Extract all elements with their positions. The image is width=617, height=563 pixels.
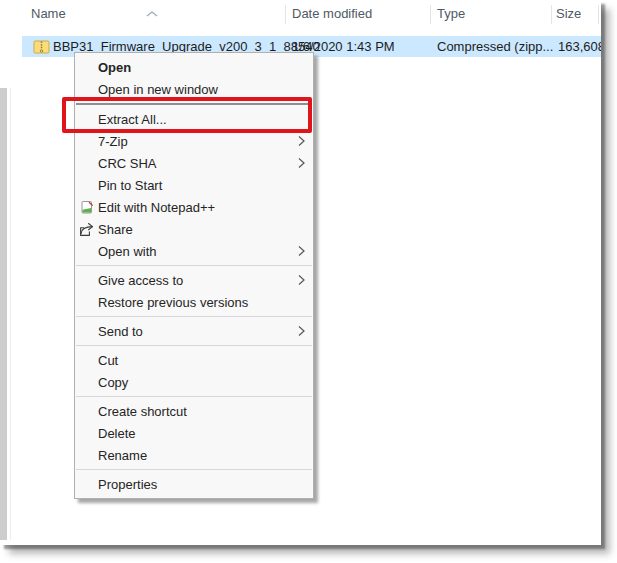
menu-item-edit-with-notepad[interactable]: Edit with Notepad++: [75, 196, 313, 218]
column-divider[interactable]: [285, 5, 286, 24]
menu-item-icon-gutter: [79, 243, 95, 259]
column-divider[interactable]: [598, 5, 599, 24]
chevron-right-icon: [298, 158, 305, 169]
menu-item-label: Rename: [98, 448, 147, 463]
sort-ascending-icon: [146, 3, 158, 9]
menu-item-label: Open: [98, 60, 131, 75]
menu-item-rename[interactable]: Rename: [75, 444, 313, 466]
menu-separator: [76, 396, 312, 397]
menu-item-extract-all[interactable]: Extract All...: [75, 108, 313, 130]
menu-item-icon-gutter: [79, 447, 95, 463]
context-menu: OpenOpen in new windowExtract All...7-Zi…: [74, 52, 314, 499]
menu-item-send-to[interactable]: Send to: [75, 320, 313, 342]
menu-item-label: Delete: [98, 426, 136, 441]
menu-item-icon-gutter: [79, 352, 95, 368]
menu-item-give-access-to[interactable]: Give access to: [75, 269, 313, 291]
screenshot-stage: Name Date modified Type Size BBP31_Firmw…: [0, 0, 617, 563]
menu-item-icon-gutter: [79, 155, 95, 171]
zip-file-icon: [33, 38, 50, 55]
menu-item-icon-gutter: [79, 425, 95, 441]
file-type: Compressed (zipp...: [437, 36, 553, 57]
menu-item-icon-gutter: [79, 374, 95, 390]
list-header: Name Date modified Type Size: [0, 0, 601, 28]
menu-item-copy[interactable]: Copy: [75, 371, 313, 393]
notepad-plus-plus-icon: [79, 199, 95, 215]
chevron-right-icon: [298, 136, 305, 147]
menu-item-icon-gutter: [79, 476, 95, 492]
menu-item-share[interactable]: Share: [75, 218, 313, 240]
menu-item-label: Extract All...: [98, 112, 167, 127]
menu-item-icon-gutter: [79, 323, 95, 339]
menu-item-icon-gutter: [79, 177, 95, 193]
menu-separator: [76, 345, 312, 346]
file-explorer-window: Name Date modified Type Size BBP31_Firmw…: [0, 0, 601, 545]
menu-item-icon-gutter: [79, 133, 95, 149]
menu-item-delete[interactable]: Delete: [75, 422, 313, 444]
menu-separator: [76, 265, 312, 266]
menu-item-label: Restore previous versions: [98, 295, 248, 310]
menu-item-icon-gutter: [79, 403, 95, 419]
menu-item-icon-gutter: [79, 81, 95, 97]
menu-item-label: Open in new window: [98, 82, 218, 97]
file-size: 163,608: [558, 36, 601, 57]
menu-item-label: Give access to: [98, 273, 183, 288]
menu-item-crc-sha[interactable]: CRC SHA: [75, 152, 313, 174]
column-divider[interactable]: [430, 5, 431, 24]
menu-item-label: Open with: [98, 244, 157, 259]
menu-item-label: Share: [98, 222, 133, 237]
menu-item-properties[interactable]: Properties: [75, 473, 313, 495]
menu-item-open-in-new-window[interactable]: Open in new window: [75, 78, 313, 100]
menu-item-label: Edit with Notepad++: [98, 200, 215, 215]
menu-item-label: Create shortcut: [98, 404, 187, 419]
menu-item-label: Cut: [98, 353, 118, 368]
chevron-right-icon: [298, 326, 305, 337]
menu-item-label: Copy: [98, 375, 128, 390]
menu-item-create-shortcut[interactable]: Create shortcut: [75, 400, 313, 422]
menu-item-restore-previous-versions[interactable]: Restore previous versions: [75, 291, 313, 313]
menu-separator: [76, 316, 312, 317]
column-header-type[interactable]: Type: [437, 6, 465, 21]
menu-item-icon-gutter: [79, 59, 95, 75]
menu-item-pin-to-start[interactable]: Pin to Start: [75, 174, 313, 196]
column-header-name[interactable]: Name: [31, 6, 66, 21]
menu-item-open[interactable]: Open: [75, 56, 313, 78]
menu-separator: [76, 103, 312, 105]
menu-item-label: CRC SHA: [98, 156, 157, 171]
menu-item-open-with[interactable]: Open with: [75, 240, 313, 262]
menu-item-label: 7-Zip: [98, 134, 128, 149]
column-header-size[interactable]: Size: [556, 6, 581, 21]
left-pane-edge: [0, 88, 7, 540]
menu-item-label: Pin to Start: [98, 178, 162, 193]
menu-item-7-zip[interactable]: 7-Zip: [75, 130, 313, 152]
chevron-right-icon: [298, 275, 305, 286]
menu-item-cut[interactable]: Cut: [75, 349, 313, 371]
share-icon: [79, 221, 95, 237]
menu-item-label: Properties: [98, 477, 157, 492]
menu-item-label: Send to: [98, 324, 143, 339]
column-header-date-modified[interactable]: Date modified: [292, 6, 372, 21]
menu-item-icon-gutter: [79, 111, 95, 127]
left-pane-edge-line: [10, 88, 11, 540]
menu-item-icon-gutter: [79, 294, 95, 310]
menu-separator: [76, 469, 312, 470]
chevron-right-icon: [298, 246, 305, 257]
column-divider[interactable]: [551, 5, 552, 24]
menu-item-icon-gutter: [79, 272, 95, 288]
